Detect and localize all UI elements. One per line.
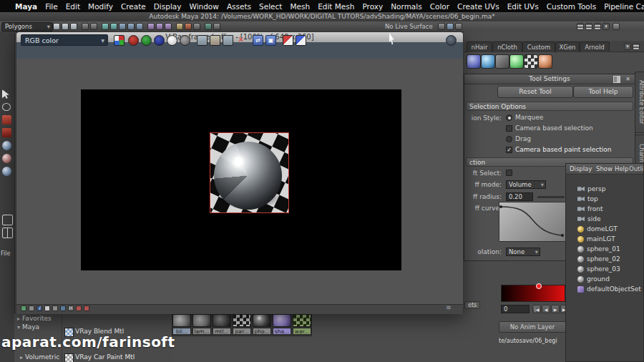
clear-image-icon[interactable] (235, 35, 246, 46)
menu-edit[interactable]: Edit (66, 2, 80, 11)
menu-custom-tools[interactable]: Custom Tools (547, 2, 596, 11)
outliner-item-domelgt[interactable]: domeLGT (566, 224, 643, 234)
interpolation-dropdown[interactable]: None (506, 248, 540, 256)
tree-item-volumetric[interactable]: Volumetric (20, 353, 59, 361)
tree-item-favorites[interactable]: Favorites (17, 315, 52, 322)
falloff-curve-widget[interactable] (499, 202, 566, 242)
live-surface-field[interactable]: No Live Surface (385, 23, 433, 30)
open-scene-icon[interactable] (62, 23, 69, 30)
shelf-menu-caret-icon[interactable] (624, 43, 631, 50)
new-scene-icon[interactable] (53, 23, 60, 30)
menu-set-dropdown[interactable]: Polygons (1, 22, 53, 31)
tree-item-maya[interactable]: Maya (17, 323, 39, 331)
snap-object-icon[interactable] (136, 23, 143, 30)
aspect-icon[interactable] (29, 305, 34, 311)
material-vray-car-paint[interactable]: VRay Car Paint Mtl (75, 353, 135, 361)
outliner-menu-help[interactable]: Help (615, 165, 628, 172)
camera-based-checkbox[interactable] (506, 125, 512, 132)
swatch-label-sha[interactable]: sha... (273, 328, 291, 335)
swatch-thumb-blinn[interactable] (172, 314, 191, 327)
redo-icon[interactable] (90, 23, 97, 30)
shelf-tab-custom[interactable]: Custom (522, 41, 555, 52)
paint-effects-icon[interactable] (205, 23, 212, 30)
file-tab-fragment[interactable]: File (1, 250, 10, 257)
tab-attribute-editor[interactable]: Attribute Editor (635, 72, 644, 133)
marquee-radio[interactable] (506, 114, 512, 121)
snap-grid-icon[interactable] (102, 23, 109, 30)
menu-proxy[interactable]: Proxy (362, 2, 383, 11)
lasso-tool-icon[interactable] (2, 103, 11, 111)
menu-mesh[interactable]: Mesh (290, 2, 310, 11)
outliner-menu-show[interactable]: Show (596, 165, 613, 172)
menu-normals[interactable]: Normals (391, 2, 421, 11)
symmetry-icon[interactable] (455, 23, 462, 30)
track-region-icon[interactable] (265, 35, 276, 46)
paint-select-tool-icon[interactable] (2, 115, 11, 124)
menu-create-uvs[interactable]: Create UVs (457, 2, 499, 11)
channels-swatch-icon[interactable] (114, 35, 125, 46)
srgb-icon[interactable] (76, 305, 82, 311)
output-connections-icon[interactable] (156, 23, 163, 30)
swatch-label-war[interactable]: war... (293, 328, 311, 335)
close-panel-icon[interactable] (625, 76, 630, 83)
menu-modify[interactable]: Modify (88, 2, 113, 11)
compare-ab-icon[interactable] (253, 35, 263, 46)
load-image-icon[interactable] (210, 35, 220, 46)
ramp-marker[interactable] (536, 283, 542, 289)
shelf-tool-icon[interactable] (467, 54, 481, 69)
selection-mask-icon[interactable] (438, 23, 445, 30)
swatch-thumb-lambert[interactable] (192, 314, 211, 327)
stamp-icon[interactable] (21, 305, 26, 311)
outliner-menu-display[interactable]: Display (570, 165, 592, 172)
reset-tool-button[interactable]: Reset Tool (497, 86, 573, 98)
shelf-tool-icon[interactable] (524, 54, 538, 69)
duplicate-buffer-icon[interactable] (223, 35, 233, 46)
histogram-icon[interactable] (44, 305, 50, 311)
swatch-label-par[interactable]: par... (233, 328, 251, 335)
shelf-tab-arnold[interactable]: Arnold (580, 41, 610, 52)
shelf-tool-icon[interactable] (495, 54, 509, 69)
falloff-mode-dropdown[interactable]: Volume (506, 180, 546, 189)
menu-window[interactable]: Window (189, 2, 218, 11)
alpha-channel-icon[interactable] (167, 35, 177, 46)
save-image-icon[interactable] (197, 35, 208, 46)
shelf-tab-ncloth[interactable]: nCloth (492, 41, 522, 52)
swatch-label-mtl[interactable]: mtl... (213, 328, 231, 335)
menu-select[interactable]: Select (259, 2, 282, 11)
anim-layer-button[interactable]: No Anim Layer (499, 321, 566, 333)
outliner-item-sphere-03[interactable]: sphere_03 (566, 264, 643, 274)
soft-select-checkbox[interactable] (506, 170, 512, 176)
channel-box-toggle-icon[interactable] (594, 23, 601, 30)
scale-tool-icon[interactable] (2, 154, 11, 163)
exposure-icon[interactable] (52, 305, 58, 311)
curve-correction-icon[interactable] (60, 305, 66, 311)
vfb-channel-dropdown[interactable]: RGB color (21, 34, 108, 46)
blue-channel-icon[interactable] (154, 35, 165, 46)
menu-pipeline-cache[interactable]: Pipeline Cache (604, 2, 644, 11)
menu-assets[interactable]: Assets (227, 2, 251, 11)
step-back-button[interactable] (542, 305, 550, 313)
drag-radio[interactable] (506, 136, 512, 142)
swatch-thumb-mtl[interactable] (213, 314, 231, 327)
swatch-label-pho[interactable]: pho... (253, 328, 271, 335)
shelf-tool-icon[interactable] (538, 54, 552, 69)
swatch-thumb-shader[interactable] (273, 314, 291, 327)
falloff-color-ramp[interactable] (501, 285, 565, 302)
save-scene-icon[interactable] (70, 23, 77, 30)
icc-icon[interactable] (84, 305, 89, 311)
color-clamp-icon[interactable] (283, 35, 293, 46)
section-selection-options[interactable]: Selection Options (466, 102, 633, 111)
shelf-editor-icon[interactable] (633, 43, 640, 50)
rotate-tool-icon[interactable] (2, 141, 11, 150)
menu-color[interactable]: Color (430, 2, 449, 11)
layout-split-icon[interactable] (2, 228, 13, 238)
rendered-image[interactable] (81, 89, 401, 270)
pin-panel-icon[interactable] (613, 76, 620, 83)
menu-maya[interactable]: Maya (15, 2, 37, 11)
undo-icon[interactable] (82, 23, 89, 30)
swatch-thumb-particle[interactable] (233, 314, 251, 327)
outliner-item-side[interactable]: side (566, 214, 643, 224)
menu-edit-uvs[interactable]: Edit UVs (507, 2, 539, 11)
modeling-toolkit-icon[interactable] (613, 23, 620, 30)
snap-point-icon[interactable] (119, 23, 126, 30)
